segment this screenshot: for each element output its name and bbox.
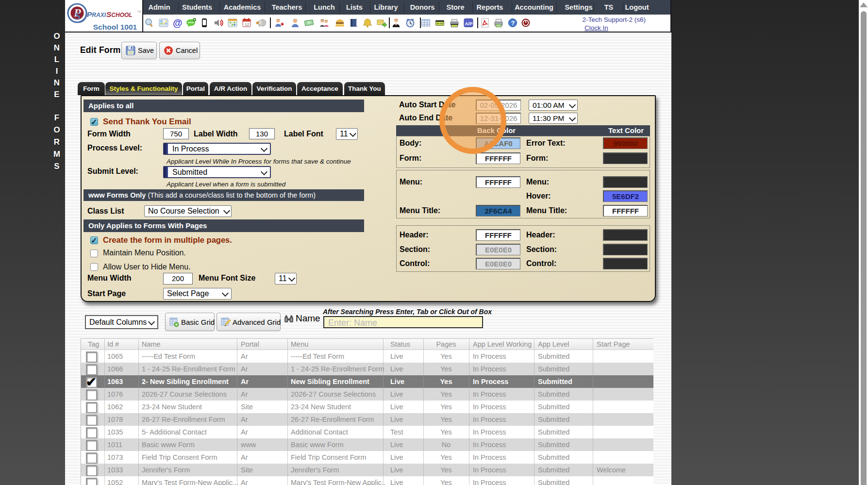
svg-text:SCHOOL: SCHOOL bbox=[106, 10, 133, 18]
svg-text:?: ? bbox=[511, 19, 515, 27]
svg-text:TM: TM bbox=[137, 10, 141, 13]
svg-text:A/P: A/P bbox=[465, 21, 473, 26]
svg-text:PRAXI: PRAXI bbox=[87, 10, 106, 18]
svg-text:12: 12 bbox=[245, 22, 249, 27]
svg-text:S: S bbox=[75, 10, 81, 22]
svg-text:@: @ bbox=[173, 17, 183, 28]
